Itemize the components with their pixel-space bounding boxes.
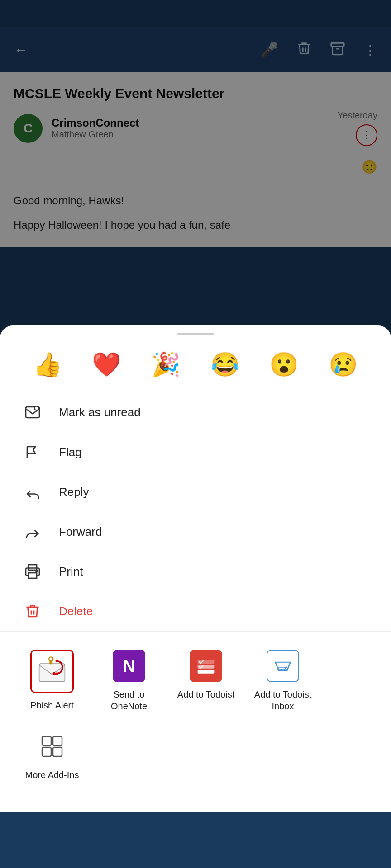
svg-rect-12 xyxy=(198,670,215,673)
flag-label: Flag xyxy=(59,445,82,459)
reaction-surprised[interactable]: 😮 xyxy=(269,351,299,378)
svg-rect-4 xyxy=(29,573,37,578)
delete-icon xyxy=(23,603,43,619)
reply-label: Reply xyxy=(59,485,89,499)
sheet-handle xyxy=(177,333,214,335)
todoist-inbox-icon xyxy=(267,650,299,682)
onenote-icon: N xyxy=(113,650,145,682)
menu-mark-unread[interactable]: Mark as unread xyxy=(0,392,391,432)
mark-unread-icon xyxy=(23,404,43,420)
addins-section: Phish Alert N Send to OneNote xyxy=(0,631,391,794)
reaction-thumbsup[interactable]: 👍 xyxy=(33,351,62,378)
mark-unread-label: Mark as unread xyxy=(59,406,141,420)
svg-rect-16 xyxy=(42,747,51,756)
emoji-reaction-row: 👍 ❤️ 🎉 😂 😮 😢 xyxy=(0,346,391,392)
addin-more[interactable]: More Add-Ins xyxy=(14,721,91,790)
addin-todoist[interactable]: Add to Todoist xyxy=(167,641,244,721)
svg-rect-9 xyxy=(49,660,52,664)
svg-rect-3 xyxy=(29,565,37,570)
flag-icon xyxy=(23,444,43,460)
print-label: Print xyxy=(59,565,83,579)
svg-point-7 xyxy=(53,672,56,675)
svg-rect-15 xyxy=(53,736,62,745)
print-icon xyxy=(23,563,43,580)
menu-print[interactable]: Print xyxy=(0,552,391,591)
onenote-label: Send to OneNote xyxy=(95,689,163,712)
svg-point-5 xyxy=(36,571,38,572)
reaction-crying[interactable]: 😢 xyxy=(329,351,358,378)
reaction-heart[interactable]: ❤️ xyxy=(92,351,121,378)
delete-label: Delete xyxy=(59,604,93,618)
more-addins-icon xyxy=(36,730,68,763)
addins-grid: Phish Alert N Send to OneNote xyxy=(14,641,377,721)
forward-label: Forward xyxy=(59,525,102,539)
dim-overlay xyxy=(0,0,391,353)
todoist-icon xyxy=(190,650,222,682)
reaction-laughing[interactable]: 😂 xyxy=(210,351,240,378)
reply-icon xyxy=(23,484,43,500)
addin-onenote[interactable]: N Send to OneNote xyxy=(91,641,167,721)
svg-rect-14 xyxy=(42,736,51,745)
todoist-label: Add to Todoist xyxy=(177,689,234,700)
more-addins-label: More Add-Ins xyxy=(25,769,79,781)
forward-icon xyxy=(23,524,43,540)
menu-forward[interactable]: Forward xyxy=(0,512,391,552)
phish-alert-icon xyxy=(37,656,67,687)
todoist-inbox-label: Add to Todoist Inbox xyxy=(249,689,317,712)
menu-flag[interactable]: Flag xyxy=(0,432,391,472)
menu-delete[interactable]: Delete xyxy=(0,591,391,631)
phish-alert-label: Phish Alert xyxy=(30,699,74,711)
reaction-party[interactable]: 🎉 xyxy=(151,351,181,378)
addin-todoist-inbox[interactable]: Add to Todoist Inbox xyxy=(244,641,321,721)
bottom-sheet: 👍 ❤️ 🎉 😂 😮 😢 Mark as unread Flag xyxy=(0,326,391,812)
svg-point-2 xyxy=(35,406,39,410)
svg-rect-17 xyxy=(53,747,62,756)
menu-reply[interactable]: Reply xyxy=(0,472,391,512)
phish-alert-icon-wrapper xyxy=(30,650,74,693)
addin-phish-alert[interactable]: Phish Alert xyxy=(14,641,91,721)
svg-point-8 xyxy=(49,657,53,661)
